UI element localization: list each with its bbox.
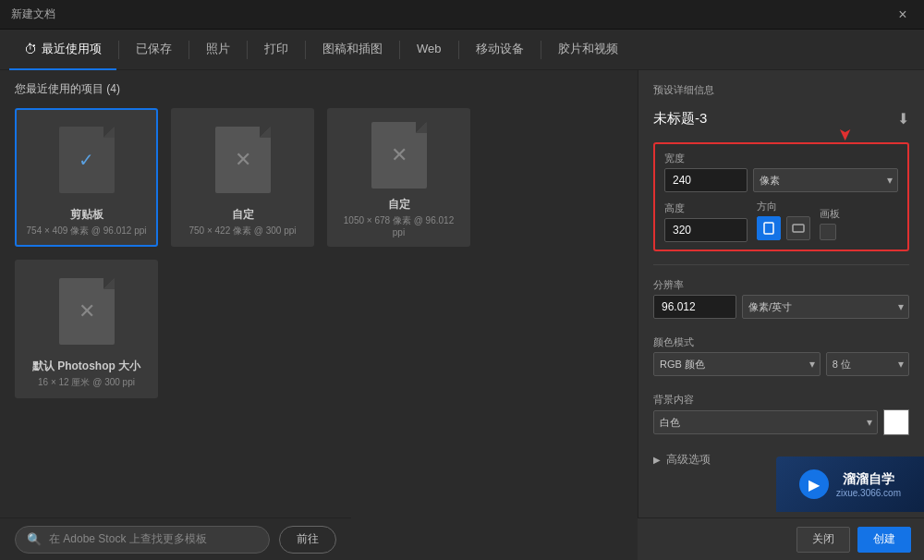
resolution-row: 分辨率 像素/英寸 (653, 278, 909, 319)
tab-separator-7 (541, 41, 541, 59)
tab-separator (118, 41, 119, 59)
action-bar: 关闭 创建 (638, 517, 924, 560)
thumbnail-custom1[interactable]: ✕ 自定 750 × 422 像素 @ 300 ppi (171, 108, 314, 247)
divider-1 (653, 264, 909, 265)
color-mode-wrapper: RGB 颜色 (653, 352, 821, 376)
color-mode-select[interactable]: RGB 颜色 (653, 352, 821, 376)
width-row: 宽度 像素 (664, 152, 898, 192)
tab-film[interactable]: 胶片和视频 (543, 30, 633, 70)
dimensions-highlight-box: ➤ 宽度 像素 高度 (653, 142, 909, 251)
tab-mobile[interactable]: 移动设备 (461, 30, 539, 70)
orientation-buttons (757, 216, 810, 240)
orientation-group: 方向 (757, 200, 810, 240)
doc-icon-3: ✕ (371, 122, 427, 189)
download-icon[interactable]: ⬇ (897, 110, 909, 128)
background-wrapper: 白色 (653, 410, 878, 434)
thumb-icon-default: ✕ (50, 271, 124, 352)
color-mode-label: 颜色模式 (653, 335, 909, 349)
close-button[interactable]: × (881, 0, 924, 30)
orientation-label: 方向 (757, 200, 810, 213)
left-panel: 您最近使用的项目 (4) ✓ 剪贴板 754 × 409 像素 @ 96.012… (0, 70, 638, 560)
doc-icon: ✓ (59, 127, 115, 193)
thumb-icon-clipboard: ✓ (50, 119, 124, 201)
tab-recent[interactable]: ⏱ 最近使用项 (9, 30, 116, 70)
watermark: ▶ 溜溜自学 zixue.3066.com (776, 457, 924, 512)
thumb-name-custom1: 自定 (232, 208, 254, 223)
thumb-size-default: 16 × 12 厘米 @ 300 ppi (38, 376, 135, 389)
watermark-text-group: 溜溜自学 zixue.3066.com (836, 470, 901, 499)
resolution-input-row: 像素/英寸 (653, 295, 909, 319)
width-input-row: 像素 (664, 168, 898, 192)
background-row: 背景内容 白色 (653, 393, 909, 435)
tab-art[interactable]: 图稿和插图 (308, 30, 397, 70)
color-mode-input-row: RGB 颜色 8 位 (653, 352, 909, 376)
thumb-name-default: 默认 Photoshop 大小 (32, 359, 140, 374)
search-box: 🔍 在 Adobe Stock 上查找更多模板 (15, 526, 270, 554)
tab-print[interactable]: 打印 (249, 30, 303, 70)
thumbnail-default[interactable]: ✕ 默认 Photoshop 大小 16 × 12 厘米 @ 300 ppi (15, 260, 158, 398)
svg-rect-1 (793, 225, 804, 232)
tab-web[interactable]: Web (402, 30, 456, 70)
color-mode-row: 颜色模式 RGB 颜色 8 位 (653, 335, 909, 376)
resolution-input[interactable] (653, 295, 736, 319)
color-depth-wrapper: 8 位 (826, 352, 909, 376)
background-label: 背景内容 (653, 393, 909, 407)
canvas-label: 画板 (820, 207, 840, 221)
thumbnail-custom2[interactable]: ✕ 自定 1050 × 678 像素 @ 96.012 ppi (327, 108, 470, 247)
cancel-button[interactable]: 关闭 (796, 527, 850, 553)
advanced-label: 高级选项 (666, 452, 711, 468)
go-button[interactable]: 前往 (279, 526, 336, 554)
preset-title-text: 未标题-3 (653, 110, 707, 128)
doc-icon-2: ✕ (215, 127, 271, 193)
arrow-indicator: ➤ (835, 128, 856, 141)
bottom-search-bar: 🔍 在 Adobe Stock 上查找更多模板 前往 (0, 517, 351, 560)
thumb-size-clipboard: 754 × 409 像素 @ 96.012 ppi (27, 225, 147, 237)
thumb-icon-custom1: ✕ (206, 119, 280, 201)
canvas-group: 画板 (820, 207, 840, 240)
resolution-label: 分辨率 (653, 278, 909, 292)
background-color-swatch[interactable] (883, 409, 909, 435)
landscape-button[interactable] (786, 216, 810, 240)
clock-icon: ⏱ (24, 42, 37, 56)
tab-separator-2 (188, 41, 189, 59)
tab-separator-4 (305, 41, 306, 59)
create-button[interactable]: 创建 (857, 527, 911, 553)
titlebar: 新建文档 × (0, 0, 924, 30)
width-input[interactable] (664, 168, 748, 192)
background-input-row: 白色 (653, 409, 909, 435)
preset-title-row: 未标题-3 ⬇ (653, 110, 909, 128)
canvas-checkbox[interactable] (820, 224, 836, 240)
thumbnails-area: 您最近使用的项目 (4) ✓ 剪贴板 754 × 409 像素 @ 96.012… (0, 70, 638, 454)
thumb-size-custom1: 750 × 422 像素 @ 300 ppi (188, 225, 296, 237)
portrait-button[interactable] (757, 216, 781, 240)
chevron-right-icon: ▶ (653, 455, 661, 465)
thumb-name-custom2: 自定 (388, 198, 410, 213)
height-label: 高度 (664, 201, 748, 215)
watermark-brand: 溜溜自学 (836, 470, 901, 489)
background-select[interactable]: 白色 (653, 410, 878, 434)
thumbnail-clipboard[interactable]: ✓ 剪贴板 754 × 409 像素 @ 96.012 ppi (15, 108, 158, 247)
resolution-unit-wrapper: 像素/英寸 (742, 295, 909, 319)
tab-photos[interactable]: 照片 (191, 30, 245, 70)
thumb-name-clipboard: 剪贴板 (70, 208, 103, 223)
width-unit-wrapper: 像素 (753, 168, 898, 192)
color-depth-select[interactable]: 8 位 (826, 352, 909, 376)
thumb-size-custom2: 1050 × 678 像素 @ 96.012 ppi (336, 214, 461, 237)
tabbar: ⏱ 最近使用项 已保存 照片 打印 图稿和插图 Web 移动设备 胶片和视频 (0, 30, 924, 70)
resolution-unit-select[interactable]: 像素/英寸 (742, 295, 909, 319)
preset-section-label: 预设详细信息 (653, 83, 909, 97)
height-input[interactable] (664, 218, 748, 242)
main-area: 您最近使用的项目 (4) ✓ 剪贴板 754 × 409 像素 @ 96.012… (0, 70, 924, 560)
watermark-url: zixue.3066.com (836, 488, 901, 498)
thumb-icon-custom2: ✕ (362, 119, 436, 190)
tab-separator-5 (399, 41, 400, 59)
tab-separator-3 (247, 41, 248, 59)
width-unit-select[interactable]: 像素 (753, 168, 898, 192)
svg-rect-0 (764, 223, 773, 234)
search-placeholder: 在 Adobe Stock 上查找更多模板 (49, 531, 207, 547)
titlebar-title: 新建文档 (11, 6, 55, 22)
tab-saved[interactable]: 已保存 (121, 30, 187, 70)
width-label: 宽度 (664, 152, 898, 165)
height-row: 高度 方向 (664, 200, 898, 242)
doc-icon-4: ✕ (59, 278, 115, 345)
